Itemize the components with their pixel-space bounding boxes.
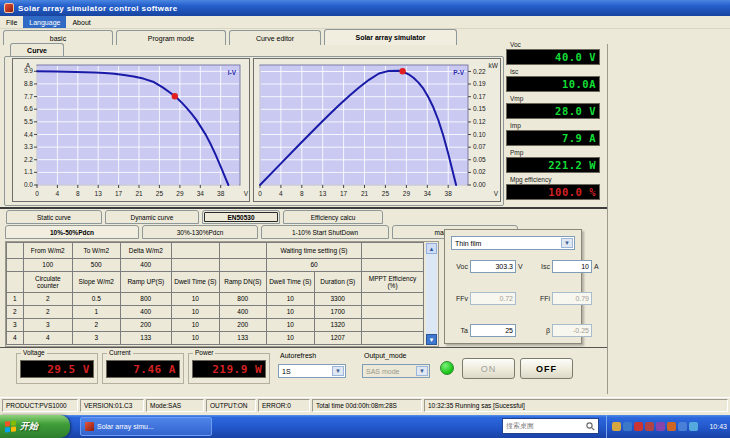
data-cell[interactable]: 10 (172, 306, 219, 319)
tray-icon-6[interactable] (667, 422, 676, 431)
data-cell[interactable]: 800 (120, 293, 172, 306)
tray-icon-7[interactable] (678, 422, 687, 431)
autorefresh-select[interactable]: 1S ▼ (278, 364, 346, 378)
table-cell[interactable] (361, 259, 423, 272)
tab-solar-array-simulator[interactable]: Solar array simulator (324, 29, 457, 45)
tray-icon-8[interactable] (689, 422, 698, 431)
scroll-up-icon[interactable]: ▲ (426, 243, 437, 254)
data-cell[interactable]: 200 (219, 319, 266, 332)
data-cell[interactable]: 133 (120, 332, 172, 345)
row-number-cell[interactable]: 4 (7, 332, 24, 345)
group-value-cell[interactable]: 500 (73, 259, 120, 272)
desktop-search-input[interactable]: 搜索桌面 (502, 418, 599, 434)
scroll-down-icon[interactable]: ▼ (426, 334, 437, 345)
menu-item-language[interactable]: Language (23, 16, 66, 28)
start-label: 开始 (20, 420, 38, 433)
svg-text:0.22: 0.22 (473, 68, 486, 75)
row-number-cell[interactable]: 2 (7, 306, 24, 319)
data-cell[interactable]: 133 (219, 332, 266, 345)
data-cell[interactable]: 400 (219, 306, 266, 319)
group-value-cell[interactable]: 400 (120, 259, 172, 272)
data-cell[interactable] (361, 306, 423, 319)
tray-icons (612, 422, 698, 431)
data-cell[interactable]: 800 (219, 293, 266, 306)
tray-icon-1[interactable] (612, 422, 621, 431)
data-cell[interactable] (361, 293, 423, 306)
menu-item-about[interactable]: About (66, 16, 96, 28)
on-button[interactable]: ON (462, 358, 515, 379)
title-bar[interactable]: Solar array simulator control software (0, 0, 730, 16)
col-header: Circulate counter (23, 272, 73, 293)
chevron-down-icon[interactable]: ▼ (561, 238, 573, 248)
group-value-cell[interactable]: 100 (23, 259, 73, 272)
data-cell[interactable]: 2 (23, 293, 73, 306)
tab-program-mode[interactable]: Program mode (116, 30, 226, 45)
subtab-efficiency-calcu[interactable]: Efficiency calcu (283, 210, 383, 224)
param-input-isc[interactable]: 10 (552, 260, 592, 273)
tray-icon-4[interactable] (645, 422, 654, 431)
data-cell[interactable]: 1700 (314, 306, 361, 319)
data-cell[interactable]: 2 (73, 319, 120, 332)
menu-item-file[interactable]: File (0, 16, 23, 28)
row-number-cell[interactable]: 3 (7, 319, 24, 332)
tray-icon-5[interactable] (656, 422, 665, 431)
data-cell[interactable] (361, 319, 423, 332)
table-scrollbar[interactable]: ▲ ▼ (426, 243, 437, 345)
search-icon[interactable] (586, 422, 595, 431)
data-cell[interactable]: 3300 (314, 293, 361, 306)
data-cell[interactable] (361, 332, 423, 345)
taskbar-clock[interactable]: 10:43 (709, 415, 727, 438)
tab-curve-editor[interactable]: Curve editor (229, 30, 321, 45)
measurement-label: Imp (506, 121, 600, 130)
panel-type-select[interactable]: Thin film ▼ (451, 236, 575, 250)
param-input-ffi: 0.79 (552, 292, 592, 305)
param-input-voc[interactable]: 303.3 (470, 260, 516, 273)
start-button[interactable]: 开始 (0, 415, 70, 438)
data-cell[interactable]: 1320 (314, 319, 361, 332)
data-cell[interactable]: 10 (267, 319, 314, 332)
section-divider-top (0, 207, 607, 209)
subtab-dynamic-curve[interactable]: Dynamic curve (105, 210, 199, 224)
data-cell[interactable]: 10 (172, 293, 219, 306)
table-cell[interactable] (219, 259, 266, 272)
data-cell[interactable]: 0.5 (73, 293, 120, 306)
tray-icon-2[interactable] (623, 422, 632, 431)
tray-icon-3[interactable] (634, 422, 643, 431)
data-cell[interactable]: 2 (23, 306, 73, 319)
data-cell[interactable]: 4 (23, 332, 73, 345)
output-on-indicator (440, 361, 454, 375)
svg-text:I-V: I-V (228, 69, 237, 76)
data-cell[interactable]: 10 (267, 332, 314, 345)
param-unit: A (594, 263, 603, 270)
measurement-label: Vmp (506, 94, 600, 103)
table-cell[interactable] (172, 259, 219, 272)
taskbar-task-button[interactable]: Solar array simu... (80, 417, 212, 436)
measurement-led-display: 221.2 W (506, 157, 600, 173)
data-cell[interactable]: 10 (172, 319, 219, 332)
data-cell[interactable]: 3 (23, 319, 73, 332)
data-cell[interactable]: 10 (172, 332, 219, 345)
status-segment-1: PRODUCT:PVS1000 (2, 399, 78, 412)
data-cell[interactable]: 10 (267, 306, 314, 319)
table-cell[interactable] (7, 259, 24, 272)
subtab-1-10-start-shutdown[interactable]: 1-10% Start ShutDown (261, 225, 389, 239)
data-cell[interactable]: 1 (73, 306, 120, 319)
subtab-static-curve[interactable]: Static curve (6, 210, 102, 224)
group-value-cell[interactable]: 60 (267, 259, 362, 272)
data-cell[interactable]: 10 (267, 293, 314, 306)
data-cell[interactable]: 400 (120, 306, 172, 319)
subtab-en50530[interactable]: EN50530 (202, 210, 280, 224)
param-input-ta[interactable]: 25 (470, 324, 516, 337)
data-cell[interactable]: 200 (120, 319, 172, 332)
svg-text:V: V (494, 190, 499, 197)
output-mode-select[interactable]: SAS mode ▼ (362, 364, 430, 378)
subtab-10-50-pdcn[interactable]: 10%-50%Pdcn (5, 225, 139, 239)
curve-tab[interactable]: Curve (10, 43, 64, 57)
data-cell[interactable]: 3 (73, 332, 120, 345)
data-cell[interactable]: 1207 (314, 332, 361, 345)
row-number-cell[interactable]: 1 (7, 293, 24, 306)
chevron-down-icon[interactable]: ▼ (332, 366, 344, 376)
svg-text:7.7: 7.7 (24, 93, 33, 100)
off-button[interactable]: OFF (520, 358, 573, 379)
subtab-30-130-pdcn[interactable]: 30%-130%Pdcn (142, 225, 258, 239)
